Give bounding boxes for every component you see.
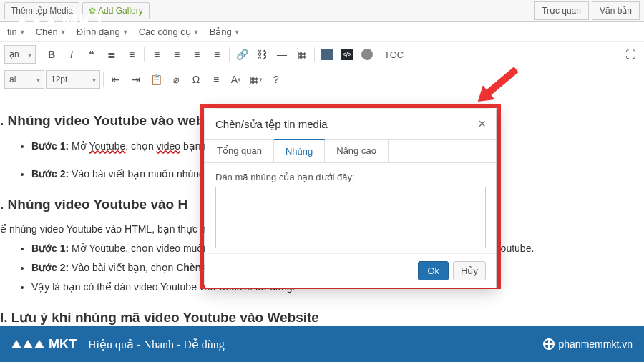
footer-logo: MKT — [11, 337, 77, 352]
special-char-button[interactable]: Ω — [187, 70, 205, 89]
brand-logo-overlay: MKT Phần mềm Marketing đa kênh — [16, 10, 106, 39]
number-list-button[interactable]: ≡ — [122, 45, 141, 64]
dialog-title: Chèn/sửa tệp tin media — [215, 118, 328, 131]
brand-sub: Phần mềm Marketing đa kênh — [16, 33, 106, 39]
fullscreen-button[interactable]: ⛶ — [621, 45, 640, 64]
paragraph-select[interactable]: ạn — [4, 45, 36, 64]
blockquote-button[interactable]: ❝ — [82, 45, 101, 64]
toolbar-toggle-button[interactable]: ▦ — [293, 45, 311, 64]
media-dialog: Chèn/sửa tệp tin media × Tổng quan Nhúng… — [205, 109, 497, 288]
ok-button[interactable]: Ok — [418, 261, 449, 280]
menu-tools[interactable]: Các công cụ▼ — [139, 26, 200, 37]
heading: I. Lưu ý khi nhúng mã video Youtube vào … — [0, 308, 634, 328]
italic-button[interactable]: I — [62, 45, 81, 64]
brand-name: MKT — [62, 10, 106, 33]
brand-footer: MKT Hiệu quả - Nhanh - Dễ dùng phanmemmk… — [0, 326, 644, 362]
editor-toolbar-1: ạn B I ❝ ≣ ≡ ≡ ≡ ≡ ≡ 🔗 ⛓ — ▦ </> TOC ⛶ — [0, 42, 644, 67]
outdent-button[interactable]: ⇤ — [107, 70, 125, 89]
tab-advanced[interactable]: Nâng cao — [325, 140, 389, 162]
text-tab-button[interactable]: Văn bản — [592, 1, 640, 20]
align-right-button[interactable]: ≡ — [187, 45, 206, 64]
text-color-button[interactable]: A▾ — [227, 70, 245, 89]
table-button[interactable]: ▦▾ — [247, 70, 265, 89]
clear-format-button[interactable]: ⌀ — [167, 70, 185, 89]
font-size-select[interactable]: 12pt — [46, 70, 100, 89]
help-button[interactable]: ? — [267, 70, 286, 89]
close-icon[interactable]: × — [478, 117, 486, 132]
embed-code-textarea[interactable] — [215, 187, 486, 248]
cancel-button[interactable]: Hủy — [453, 261, 486, 280]
bold-button[interactable]: B — [42, 45, 61, 64]
underline-button[interactable]: ≡ — [207, 70, 225, 89]
footer-site: phanmemmkt.vn — [543, 338, 633, 350]
font-family-select[interactable]: al — [4, 70, 44, 89]
embed-label: Dán mã nhúng của bạn dưới đây: — [215, 172, 486, 182]
dialog-tabs: Tổng quan Nhúng Nâng cao — [205, 139, 496, 163]
editor-toolbar-2: al 12pt ⇤ ⇥ 📋 ⌀ Ω ≡ A▾ ▦▾ ? — [0, 67, 644, 92]
globe-icon — [543, 338, 555, 350]
read-more-button[interactable]: — — [273, 45, 291, 64]
paste-button[interactable]: 📋 — [147, 70, 165, 89]
toc-button[interactable]: TOC — [378, 45, 410, 64]
tab-general[interactable]: Tổng quan — [205, 140, 274, 162]
visual-tab-button[interactable]: Trực quan — [534, 1, 589, 20]
media-square-button[interactable] — [318, 45, 336, 64]
footer-slogan: Hiệu quả - Nhanh - Dễ dùng — [88, 338, 225, 351]
align-left-button[interactable]: ≡ — [147, 45, 166, 64]
link-button[interactable]: 🔗 — [233, 45, 251, 64]
bullet-list-button[interactable]: ≣ — [102, 45, 121, 64]
indent-button[interactable]: ⇥ — [127, 70, 145, 89]
menu-table[interactable]: Bảng▼ — [210, 26, 240, 37]
align-justify-button[interactable]: ≡ — [208, 45, 226, 64]
align-center-button[interactable]: ≡ — [167, 45, 186, 64]
unlink-button[interactable]: ⛓ — [253, 45, 271, 64]
tab-embed[interactable]: Nhúng — [274, 139, 325, 162]
code-button[interactable]: </> — [338, 45, 356, 64]
circle-button[interactable] — [358, 45, 376, 64]
